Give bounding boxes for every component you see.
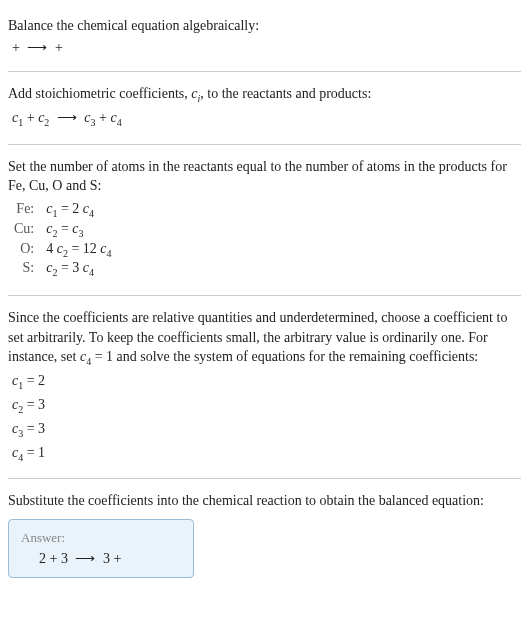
- arrow-icon: ⟶: [23, 40, 51, 55]
- c1-sub: 1: [18, 117, 23, 128]
- plus: + 3: [50, 551, 72, 566]
- pre: 4: [46, 241, 57, 256]
- heading-balance: Balance the chemical equation algebraica…: [8, 16, 521, 36]
- element-label: Cu:: [8, 220, 40, 240]
- plus: +: [113, 551, 121, 566]
- sub: 3: [79, 228, 84, 239]
- arrow-icon: ⟶: [71, 551, 99, 566]
- eq: = 1: [91, 349, 113, 364]
- arrow-icon: ⟶: [53, 110, 81, 125]
- val: = 3: [23, 421, 45, 436]
- divider: [8, 478, 521, 479]
- eq-left: +: [12, 40, 23, 55]
- answer-title: Answer:: [21, 530, 181, 546]
- c2-sub: 2: [44, 117, 49, 128]
- plus: +: [99, 110, 110, 125]
- coef: 2: [39, 551, 50, 566]
- solution-row: c1 = 2: [8, 371, 521, 393]
- equation-cell: c1 = 2 c4: [40, 200, 117, 220]
- equation-coeff: c1 + c2 ⟶ c3 + c4: [8, 108, 521, 130]
- element-label: Fe:: [8, 200, 40, 220]
- heading-substitute: Substitute the coefficients into the che…: [8, 491, 521, 511]
- element-label: O:: [8, 240, 40, 260]
- solution-row: c3 = 3: [8, 419, 521, 441]
- heading-stoich: Add stoichiometric coefficients, ci, to …: [8, 84, 521, 106]
- table-row: S: c2 = 3 c4: [8, 259, 118, 279]
- divider: [8, 295, 521, 296]
- heading-solve: Since the coefficients are relative quan…: [8, 308, 521, 369]
- text: Add stoichiometric coefficients,: [8, 86, 191, 101]
- val: = 3: [23, 397, 45, 412]
- eq: = 12: [68, 241, 100, 256]
- heading-atoms: Set the number of atoms in the reactants…: [8, 157, 521, 196]
- atom-equations-table: Fe: c1 = 2 c4 Cu: c2 = c3 O: 4 c2 = 12 c…: [8, 200, 118, 279]
- val: = 2: [23, 373, 45, 388]
- text: , to the reactants and products:: [200, 86, 371, 101]
- solution-row: c2 = 3: [8, 395, 521, 417]
- answer-box: Answer: 2 + 3 ⟶ 3 +: [8, 519, 194, 578]
- text: and solve the system of equations for th…: [113, 349, 478, 364]
- sub: 4: [107, 247, 112, 258]
- divider: [8, 71, 521, 72]
- c4-sub: 4: [117, 117, 122, 128]
- divider: [8, 144, 521, 145]
- equation-cell: c2 = 3 c4: [40, 259, 117, 279]
- c3-sub: 3: [91, 117, 96, 128]
- val: = 1: [23, 445, 45, 460]
- table-row: Cu: c2 = c3: [8, 220, 118, 240]
- table-row: O: 4 c2 = 12 c4: [8, 240, 118, 260]
- eq: = 2: [57, 201, 82, 216]
- element-label: S:: [8, 259, 40, 279]
- equation-cell: c2 = c3: [40, 220, 117, 240]
- equation-cell: 4 c2 = 12 c4: [40, 240, 117, 260]
- eq: =: [57, 221, 72, 236]
- plus: +: [27, 110, 38, 125]
- answer-equation: 2 + 3 ⟶ 3 +: [21, 550, 181, 567]
- table-row: Fe: c1 = 2 c4: [8, 200, 118, 220]
- equation-unbalanced: + ⟶ +: [8, 38, 521, 58]
- sub: 4: [89, 208, 94, 219]
- eq: = 3: [57, 260, 82, 275]
- eq-right: +: [55, 40, 63, 55]
- coef: 3: [103, 551, 114, 566]
- sub: 4: [89, 267, 94, 278]
- solution-row: c4 = 1: [8, 443, 521, 465]
